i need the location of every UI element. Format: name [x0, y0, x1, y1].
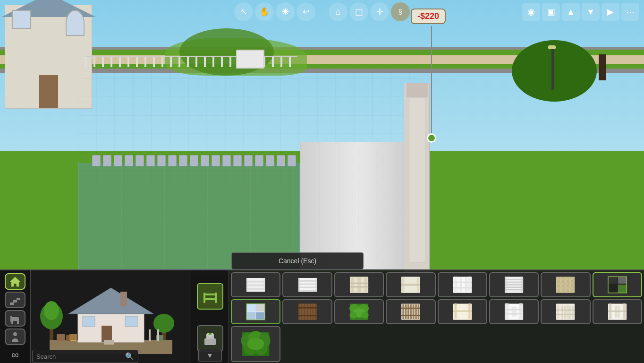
- hand-tool-btn[interactable]: ✋: [255, 2, 274, 21]
- svg-rect-135: [564, 306, 566, 319]
- svg-point-130: [519, 303, 523, 304]
- record-btn[interactable]: ▶: [602, 3, 619, 21]
- more-options-btn[interactable]: ⋯: [621, 3, 639, 21]
- svg-rect-138: [556, 310, 575, 311]
- svg-rect-114: [401, 315, 420, 316]
- lamp-post: [551, 47, 554, 90]
- item-multi-rail[interactable]: [489, 272, 539, 297]
- build-mode-btn[interactable]: ⌂: [329, 2, 347, 21]
- item-white-horizontal-rails[interactable]: [231, 272, 280, 297]
- svg-rect-32: [204, 338, 216, 345]
- svg-rect-120: [453, 310, 472, 311]
- camera-btn[interactable]: ▣: [542, 3, 560, 21]
- search-button[interactable]: 🔍: [125, 352, 134, 361]
- svg-rect-127: [505, 309, 523, 311]
- svg-rect-92: [302, 303, 304, 320]
- svg-rect-23: [149, 329, 151, 341]
- item-grid-pattern[interactable]: [593, 272, 642, 297]
- item-brown-vertical-fence[interactable]: [282, 299, 332, 324]
- svg-rect-77: [556, 277, 575, 293]
- item-swatch-blue[interactable]: [231, 299, 280, 324]
- game-viewport[interactable]: -$220: [0, 0, 644, 274]
- svg-rect-107: [405, 304, 407, 319]
- tooltip-line: [431, 26, 432, 135]
- ornate-fence-icon: [546, 302, 585, 321]
- svg-rect-111: [415, 304, 417, 319]
- item-white-rails-2[interactable]: [282, 272, 332, 297]
- rotate-down-btn[interactable]: ▼: [582, 3, 600, 21]
- column-fence-cream-icon: [340, 276, 378, 294]
- svg-rect-93: [305, 303, 307, 320]
- svg-rect-61: [465, 277, 467, 292]
- svg-rect-80: [618, 277, 627, 284]
- terrain-btn[interactable]: ◫: [349, 2, 368, 21]
- svg-rect-46: [298, 286, 316, 288]
- green-hedge-icon: [340, 302, 378, 321]
- sims-category-btn[interactable]: [5, 328, 25, 345]
- fence-filter-btn[interactable]: [197, 283, 223, 310]
- search-input[interactable]: [36, 353, 122, 360]
- svg-rect-96: [313, 303, 315, 320]
- stairs-icon: [9, 294, 21, 306]
- svg-rect-64: [453, 287, 472, 288]
- item-green-hedge-2[interactable]: [231, 326, 280, 362]
- item-stone-texture[interactable]: [541, 272, 590, 297]
- svg-rect-14: [125, 316, 137, 327]
- fan-tool-btn[interactable]: ❋: [276, 2, 295, 21]
- build-illustration: [31, 270, 191, 363]
- svg-point-104: [361, 312, 369, 319]
- move-back-btn[interactable]: ↩: [297, 2, 315, 21]
- item-single-rail-cream[interactable]: [386, 272, 435, 297]
- svg-rect-51: [364, 277, 367, 292]
- fence-filter-icon: [202, 288, 219, 305]
- scroll-down-btn[interactable]: ▼: [198, 349, 222, 362]
- stairs-category-btn[interactable]: [5, 292, 25, 308]
- planter-filter-icon: [202, 330, 219, 347]
- svg-rect-81: [608, 285, 617, 293]
- svg-rect-88: [256, 312, 264, 319]
- svg-rect-86: [256, 304, 264, 311]
- svg-rect-69: [505, 282, 523, 283]
- build-category-btn[interactable]: [5, 273, 25, 290]
- build-mode-illustration: [40, 278, 182, 356]
- multi-rail-icon: [495, 276, 533, 294]
- sims-person-icon: [9, 331, 21, 343]
- pointer-tool-btn[interactable]: ↖: [234, 2, 253, 21]
- tooltip-dot: [427, 133, 436, 143]
- rotate-up-btn[interactable]: ▲: [562, 3, 580, 21]
- cancel-button[interactable]: Cancel (Esc): [231, 252, 364, 269]
- item-decorative-fence-2[interactable]: [593, 299, 642, 324]
- undo-history-btn[interactable]: ∞: [11, 349, 19, 361]
- svg-rect-57: [401, 284, 420, 286]
- svg-rect-25: [104, 340, 114, 345]
- item-pillar-fence-cream[interactable]: [438, 299, 487, 324]
- single-rail-cream-icon: [391, 276, 430, 294]
- map-btn[interactable]: ◉: [522, 3, 540, 21]
- svg-rect-72: [505, 289, 523, 290]
- item-column-fence-cream[interactable]: [334, 272, 384, 297]
- item-dark-vertical-fence[interactable]: [386, 299, 435, 324]
- item-column-fence-white[interactable]: [438, 272, 487, 297]
- svg-rect-125: [519, 304, 523, 320]
- house-icon: [9, 276, 21, 288]
- planter-filter-btn[interactable]: [197, 325, 223, 352]
- svg-rect-53: [350, 286, 368, 287]
- svg-rect-134: [562, 306, 563, 319]
- item-ornate-fence[interactable]: [541, 299, 590, 324]
- furniture-category-btn[interactable]: [5, 310, 25, 327]
- svg-point-129: [505, 303, 508, 304]
- simoleons-btn[interactable]: §: [391, 2, 410, 21]
- move-all-btn[interactable]: ✛: [370, 2, 389, 21]
- svg-rect-38: [246, 281, 265, 283]
- bg-tree-right: [512, 40, 597, 102]
- svg-rect-71: [505, 286, 523, 287]
- svg-rect-31: [203, 298, 217, 300]
- item-green-hedge[interactable]: [334, 299, 384, 324]
- ui-panel: Cancel (Esc): [0, 269, 644, 363]
- battlement-row: [92, 155, 296, 166]
- svg-rect-39: [246, 284, 265, 286]
- svg-rect-87: [247, 312, 256, 319]
- svg-rect-147: [608, 311, 627, 311]
- item-pillar-fence-white-2[interactable]: [489, 299, 539, 324]
- svg-rect-137: [572, 306, 574, 319]
